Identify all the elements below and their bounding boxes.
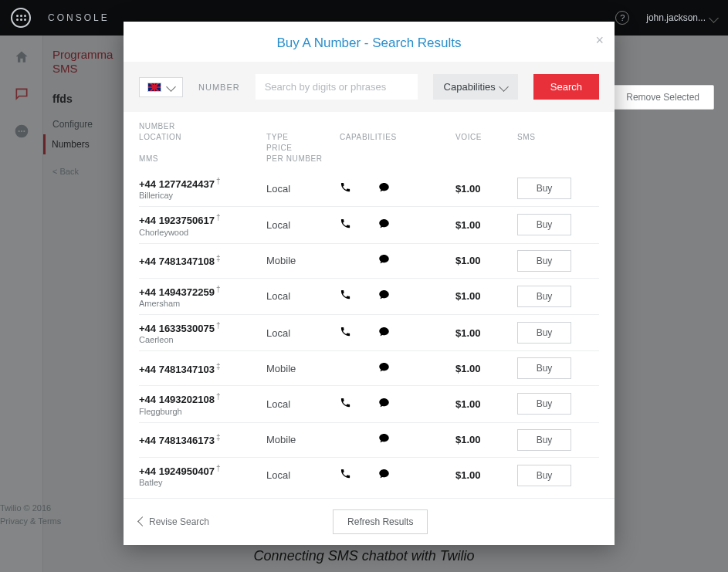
number-type: Local <box>266 290 340 302</box>
buy-button[interactable]: Buy <box>517 322 571 344</box>
number-price: $1.00 <box>455 434 517 445</box>
revise-search-link[interactable]: Revise Search <box>139 516 209 527</box>
capabilities-button[interactable]: Capabilities <box>433 74 518 100</box>
phone-number: +44 7481347103‡ <box>139 362 266 375</box>
phone-number: +44 1923750617† <box>139 213 266 226</box>
voice-icon <box>340 181 378 196</box>
number-price: $1.00 <box>455 327 517 339</box>
search-input[interactable] <box>256 74 418 100</box>
buy-button[interactable]: Buy <box>517 465 571 486</box>
table-row: +44 7481347108‡Mobile$1.00Buy <box>139 244 599 279</box>
sms-icon <box>378 289 417 303</box>
voice-icon <box>340 218 378 232</box>
voice-icon <box>340 397 378 411</box>
close-icon[interactable]: × <box>595 32 604 49</box>
results-table: NUMBERLOCATION TYPE VOICE SMS MMS PRICEP… <box>124 112 615 498</box>
chevron-down-icon <box>166 82 176 92</box>
buy-button[interactable]: Buy <box>517 286 571 307</box>
buy-button[interactable]: Buy <box>517 429 571 451</box>
buy-button[interactable]: Buy <box>517 393 571 415</box>
number-type: Local <box>266 327 340 339</box>
country-select[interactable] <box>139 77 183 97</box>
table-row: +44 1494372259†AmershamLocal$1.00Buy <box>139 279 599 315</box>
table-row: +44 1923750617†ChorleywoodLocal$1.00Buy <box>139 207 599 243</box>
sms-icon <box>378 218 417 232</box>
number-location: Fleggburgh <box>139 407 266 416</box>
number-location: Amersham <box>139 299 266 308</box>
phone-number: +44 7481347108‡ <box>139 254 266 267</box>
help-icon[interactable]: ? <box>615 11 629 25</box>
table-row: +44 1633530075†CaerleonLocal$1.00Buy <box>139 315 599 351</box>
phone-number: +44 1924950407† <box>139 464 266 477</box>
buy-number-modal: Buy A Number - Search Results × NUMBER C… <box>124 22 615 545</box>
phone-number: +44 1494372259† <box>139 285 266 298</box>
number-type: Local <box>266 183 340 195</box>
number-price: $1.00 <box>455 398 517 410</box>
number-price: $1.00 <box>455 219 517 231</box>
sms-icon <box>378 432 417 447</box>
number-price: $1.00 <box>455 363 517 374</box>
twilio-logo-icon[interactable] <box>11 8 31 28</box>
table-row: +44 7481347103‡Mobile$1.00Buy <box>139 351 599 386</box>
sms-icon <box>378 326 417 340</box>
table-row: +44 1277424437†BillericayLocal$1.00Buy <box>139 171 599 207</box>
number-type: Mobile <box>266 255 340 266</box>
voice-icon <box>340 468 378 482</box>
sms-icon <box>378 181 417 196</box>
search-button[interactable]: Search <box>533 74 599 100</box>
user-name: john.jackson... <box>646 12 706 23</box>
console-label[interactable]: CONSOLE <box>48 12 110 23</box>
uk-flag-icon <box>147 83 161 92</box>
number-label: NUMBER <box>198 83 240 92</box>
remove-selected-button[interactable]: Remove Selected <box>611 85 714 110</box>
phone-number: +44 1493202108† <box>139 392 266 405</box>
phone-number: +44 1633530075† <box>139 321 266 334</box>
number-price: $1.00 <box>455 469 517 481</box>
number-price: $1.00 <box>455 183 517 195</box>
number-price: $1.00 <box>455 255 517 266</box>
account-menu[interactable]: john.jackson... <box>646 12 717 23</box>
number-price: $1.00 <box>455 290 517 302</box>
sms-icon <box>378 468 417 482</box>
voice-icon <box>340 326 378 340</box>
chevron-left-icon <box>137 517 147 527</box>
filter-bar: NUMBER Capabilities Search <box>124 62 615 112</box>
number-type: Local <box>266 469 340 481</box>
modal-title: Buy A Number - Search Results <box>124 36 615 51</box>
sms-icon <box>378 361 417 376</box>
chevron-down-icon <box>499 82 509 92</box>
buy-button[interactable]: Buy <box>517 250 571 272</box>
number-location: Billericay <box>139 191 266 200</box>
number-type: Local <box>266 398 340 410</box>
buy-button[interactable]: Buy <box>517 178 571 199</box>
sms-icon <box>378 397 417 411</box>
number-type: Mobile <box>266 434 340 445</box>
number-type: Mobile <box>266 363 340 374</box>
figure-caption: Connecting SMS chatbot with Twilio <box>0 548 728 564</box>
sms-icon <box>378 253 417 268</box>
chevron-down-icon <box>709 13 719 23</box>
table-row: +44 1924950407†BatleyLocal$1.00Buy <box>139 458 599 493</box>
number-location: Caerleon <box>139 335 266 344</box>
modal-footer: Revise Search Refresh Results <box>124 498 615 545</box>
buy-button[interactable]: Buy <box>517 357 571 379</box>
phone-number: +44 7481346173‡ <box>139 433 266 446</box>
number-location: Batley <box>139 478 266 487</box>
refresh-results-button[interactable]: Refresh Results <box>333 509 428 534</box>
table-row: +44 7481346173‡Mobile$1.00Buy <box>139 423 599 458</box>
number-type: Local <box>266 219 340 231</box>
table-row: +44 1493202108†FleggburghLocal$1.00Buy <box>139 386 599 422</box>
phone-number: +44 1277424437† <box>139 177 266 190</box>
buy-button[interactable]: Buy <box>517 214 571 235</box>
number-location: Chorleywood <box>139 228 266 237</box>
voice-icon <box>340 289 378 303</box>
table-header: NUMBERLOCATION TYPE VOICE SMS MMS PRICEP… <box>139 112 599 171</box>
